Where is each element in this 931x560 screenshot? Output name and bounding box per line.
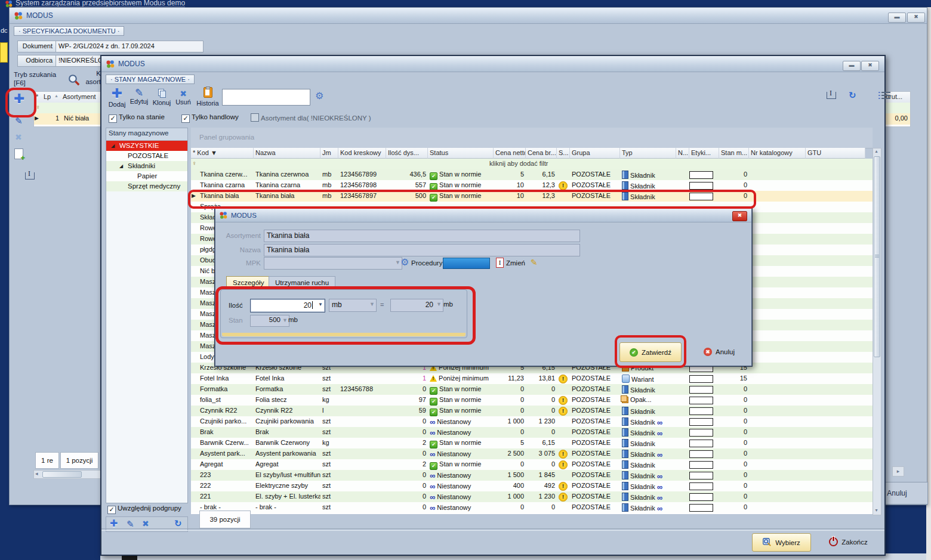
grid-column-kod-kreskowy[interactable]: Kod kreskowy <box>338 148 386 159</box>
zatwierdz-button[interactable]: ✔ Zatwierdź <box>619 342 682 362</box>
scroll-left-icon[interactable]: ◂ <box>35 471 38 477</box>
grid-column-n-[interactable]: N... <box>676 148 689 159</box>
horizontal-scrollbar[interactable]: ◂ <box>33 470 101 479</box>
table-row[interactable]: 221El. szyby + El. lusterkaszt0∞ Niestan… <box>191 491 873 502</box>
grid-column-kod[interactable]: * Kod ▼ <box>191 148 254 159</box>
table-row[interactable]: Fotel InkaFotel Inkaszt1 Poniżej minimum… <box>191 373 873 384</box>
table-row[interactable]: AgregatAgregatszt2✔ Stan w normie00!POZO… <box>191 459 873 470</box>
rename-view-icon[interactable] <box>827 92 836 99</box>
table-row[interactable]: BrakBrakszt0∞ Niestanowy00POZOSTAŁE Skła… <box>191 427 873 438</box>
grid-column-cena-netto[interactable]: Cena netto <box>494 148 526 159</box>
procedury-gear-icon[interactable]: ⚙ <box>400 258 409 267</box>
table-row[interactable]: folia_stFolia steczkg97✔ Stan w normie00… <box>191 395 873 406</box>
text-cursor-icon[interactable]: I <box>496 258 504 268</box>
zmien-label[interactable]: Zmień <box>506 259 525 267</box>
tree-item-sprzęt-medyczny[interactable]: Sprzęt medyczny <box>106 181 187 191</box>
table-row[interactable]: FormatkaFormatkaszt1234567880✔ Stan w no… <box>191 384 873 395</box>
grid-column-ilość-dys-[interactable]: Ilość dys... <box>386 148 428 159</box>
tree-item-składniki[interactable]: ◢Składniki <box>106 161 187 171</box>
scroll-right-button[interactable]: ▸ <box>892 466 904 477</box>
col-lp[interactable]: Lp <box>44 93 51 100</box>
table-row[interactable]: Czynnik R22Czynnik R22l59✔ Stan w normie… <box>191 406 873 416</box>
grid-filter-row[interactable]: ♀ kliknij aby dodać filtr <box>191 159 873 170</box>
table-row[interactable]: Tkanina czerw...Tkanina czerwnoamb123456… <box>191 169 873 180</box>
toolbar-klonuj[interactable]: Klonuj <box>150 89 173 106</box>
nazwa-field[interactable]: Tkanina biała <box>264 244 580 256</box>
edit-pencil-icon[interactable]: ✎ <box>531 258 538 267</box>
tree-expand-icon[interactable]: ◢ <box>119 161 123 171</box>
modal-close-button[interactable]: ✖ <box>732 211 747 221</box>
refresh-icon[interactable]: ↻ <box>849 91 856 100</box>
tree-refresh-button[interactable]: ↻ <box>174 519 182 528</box>
grid-column-etyki-[interactable]: Etyki... <box>689 148 719 159</box>
gear-icon[interactable]: ⚙ <box>315 91 323 101</box>
etykieta-button[interactable] <box>689 375 713 383</box>
tree-expand-icon[interactable]: ◢ <box>111 141 115 151</box>
col-asortyment[interactable]: Asortyment <box>63 93 96 100</box>
grid-vertical-scrollbar[interactable]: ▴ ▾ <box>873 148 881 515</box>
grid-column-nazwa[interactable]: Nazwa <box>254 148 320 159</box>
scroll-up-icon[interactable]: ▴ <box>873 148 880 156</box>
checkbox-asortyment-dla[interactable]: Asortyment dla( !NIEOKREŚLONY ) <box>251 113 371 122</box>
etykieta-button[interactable] <box>689 418 713 426</box>
tab-szczegoly[interactable]: Szczegóły <box>226 276 270 289</box>
etykieta-button[interactable] <box>689 386 713 394</box>
tree-delete-button[interactable]: ✖ <box>142 519 149 528</box>
etykieta-button[interactable] <box>689 182 713 190</box>
etykieta-button[interactable] <box>689 193 713 200</box>
etykieta-button[interactable] <box>689 171 713 179</box>
toolbar-usun[interactable]: ✖ Usuń <box>174 89 193 106</box>
rename-button[interactable] <box>25 172 35 180</box>
grid-column-jm[interactable]: Jm <box>320 148 338 159</box>
etykieta-button[interactable] <box>689 397 713 404</box>
mpk-combo[interactable]: ▼ <box>264 257 402 270</box>
chevron-down-icon[interactable]: ▼ <box>318 302 323 307</box>
etykieta-button[interactable] <box>689 450 713 458</box>
dokument-value[interactable]: WP- 2/GL/2024 z dn. 17.09.2024 <box>56 41 204 52</box>
toolbar-dodaj[interactable]: ✚ Dodaj <box>106 87 128 108</box>
checkbox-tylko-handlowy[interactable]: ✓ Tylko handlowy <box>181 113 239 123</box>
grid-column-cena-br-[interactable]: Cena br... <box>526 148 557 159</box>
table-row[interactable]: - brak -- brak -szt0∞ Niestanowy00POZOST… <box>191 502 873 513</box>
add-position-button[interactable]: ✚ <box>14 92 24 106</box>
tree-edit-button[interactable]: ✎ <box>127 519 134 528</box>
procedury-value-button[interactable] <box>443 258 490 269</box>
unit-combo[interactable]: mb ▼ <box>329 299 377 312</box>
table-row[interactable]: Asystent park...Asystent parkowaniaszt0∞… <box>191 448 873 459</box>
delete-position-button[interactable]: ✖ <box>15 133 22 141</box>
tree-item-pozostałe[interactable]: POZOSTAŁE <box>106 151 187 161</box>
etykieta-button[interactable] <box>689 493 713 501</box>
etykieta-button[interactable] <box>689 504 713 512</box>
table-row[interactable]: 223El szyby/lust +multifun...szt0∞ Niest… <box>191 470 873 481</box>
table-row[interactable]: 222Elektryczne szybyszt0∞ Niestanowy4004… <box>191 481 873 491</box>
tree-item-papier[interactable]: Papier <box>106 171 187 181</box>
grid-column-grupa[interactable]: Grupa <box>570 148 620 159</box>
toolbar-edytuj[interactable]: ✎ Edytuj <box>128 88 150 105</box>
zakoncz-button[interactable]: Zakończ <box>820 533 877 550</box>
search-input[interactable] <box>222 89 310 106</box>
etykieta-button[interactable] <box>689 440 713 447</box>
tab-utrzymanie-ruchu[interactable]: Utrzymanie ruchu <box>269 276 335 289</box>
edit-position-button[interactable]: ✎ <box>15 116 23 125</box>
tree-add-button[interactable]: ✚ <box>110 519 118 528</box>
checkbox-tylko-na-stanie[interactable]: ✓ Tylko na stanie <box>109 113 165 123</box>
view-list-icon[interactable] <box>881 92 890 99</box>
table-row[interactable]: Barwnik Czerw...Barwnik Czerwonykg2✔ Sta… <box>191 438 873 448</box>
etykieta-button[interactable] <box>689 461 713 469</box>
scroll-down-icon[interactable]: ▾ <box>873 508 880 515</box>
etykieta-button[interactable] <box>689 429 713 437</box>
ilosc-input[interactable]: 20 ▼ <box>250 299 325 313</box>
grid-column-gtu[interactable]: GTU <box>806 148 865 159</box>
tree-item-wszystkie[interactable]: ◢WSZYSTKIE <box>106 141 187 151</box>
etykieta-button[interactable] <box>689 407 713 415</box>
table-row[interactable]: Czujniki parko...Czujniki parkowaniaszt0… <box>191 416 873 427</box>
asortyment-field[interactable]: Tkanina biała <box>264 230 580 242</box>
front-minimize-button[interactable]: ▬ <box>843 61 861 71</box>
scroll-thumb[interactable] <box>874 156 880 357</box>
add-document-button[interactable] <box>14 148 23 159</box>
toolbar-historia[interactable]: Historia <box>193 87 222 107</box>
table-row[interactable]: ▶Tkanina białaTkanina białamb12345678975… <box>191 191 873 202</box>
grid-column-s-[interactable]: S... <box>557 148 570 159</box>
etykieta-button[interactable] <box>689 482 713 490</box>
grid-column-nr-katalogowy[interactable]: Nr katalogowy <box>749 148 806 159</box>
